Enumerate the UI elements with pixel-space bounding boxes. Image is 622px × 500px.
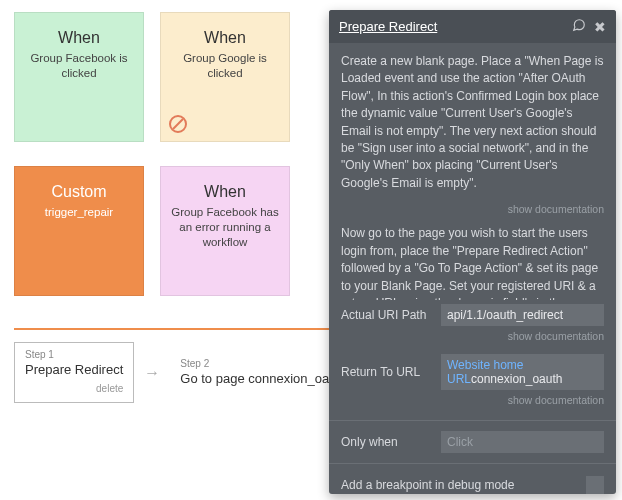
step-delete[interactable]: delete [25,383,123,394]
field-return: Return To URL Website home URLconnexion_… [329,350,616,394]
blocked-icon [169,115,187,133]
breakpoint-checkbox[interactable] [586,476,604,494]
event-sub: Group Facebook is clicked [23,51,135,81]
field-label: Actual URI Path [341,308,433,322]
only-when-input[interactable]: Click [441,431,604,453]
event-card-selected[interactable]: Custom trigger_repair [14,166,144,296]
field-label: Only when [341,435,433,449]
panel-paragraph: Now go to the page you wish to start the… [341,225,604,300]
step-text: Go to page connexion_oauth [180,371,347,386]
show-documentation-link[interactable]: show documentation [329,394,604,406]
event-title: When [58,29,100,47]
step-label: Step 2 [180,358,347,369]
panel-paragraph: Create a new blank page. Place a "When P… [341,53,604,192]
breakpoint-row: Add a breakpoint in debug mode [329,470,616,494]
field-uri: Actual URI Path api/1.1/oauth_redirect [329,300,616,330]
event-card[interactable]: When Group Facebook is clicked [14,12,144,142]
panel-title: Prepare Redirect [339,19,564,34]
static-value: connexion_oauth [471,372,562,386]
event-card[interactable]: When Group Google is clicked [160,12,290,142]
show-documentation-link[interactable]: show documentation [341,202,604,217]
show-documentation-link[interactable]: show documentation [329,330,604,342]
field-label: Return To URL [341,365,433,379]
step-label: Step 1 [25,349,123,360]
event-sub: Group Google is clicked [169,51,281,81]
event-sub: Group Facebook has an error running a wo… [169,205,281,250]
breakpoint-label: Add a breakpoint in debug mode [341,478,514,492]
arrow-icon: → [144,364,160,382]
field-only-when: Only when Click [329,427,616,457]
event-title: When [204,29,246,47]
panel-header[interactable]: Prepare Redirect ✖ [329,10,616,43]
event-title: Custom [51,183,106,201]
separator [329,420,616,421]
step-text: Prepare Redirect [25,362,123,377]
event-card[interactable]: When Group Facebook has an error running… [160,166,290,296]
uri-input[interactable]: api/1.1/oauth_redirect [441,304,604,326]
event-sub: trigger_repair [45,205,113,220]
workflow-canvas: When Group Facebook is clicked When Grou… [0,0,622,500]
step-card[interactable]: Step 1 Prepare Redirect delete [14,342,134,403]
panel-body: Create a new blank page. Place a "When P… [329,43,616,300]
comment-icon[interactable] [572,18,586,35]
close-icon[interactable]: ✖ [594,19,606,35]
event-title: When [204,183,246,201]
separator [329,463,616,464]
return-url-input[interactable]: Website home URLconnexion_oauth [441,354,604,390]
properties-panel: Prepare Redirect ✖ Create a new blank pa… [329,10,616,494]
